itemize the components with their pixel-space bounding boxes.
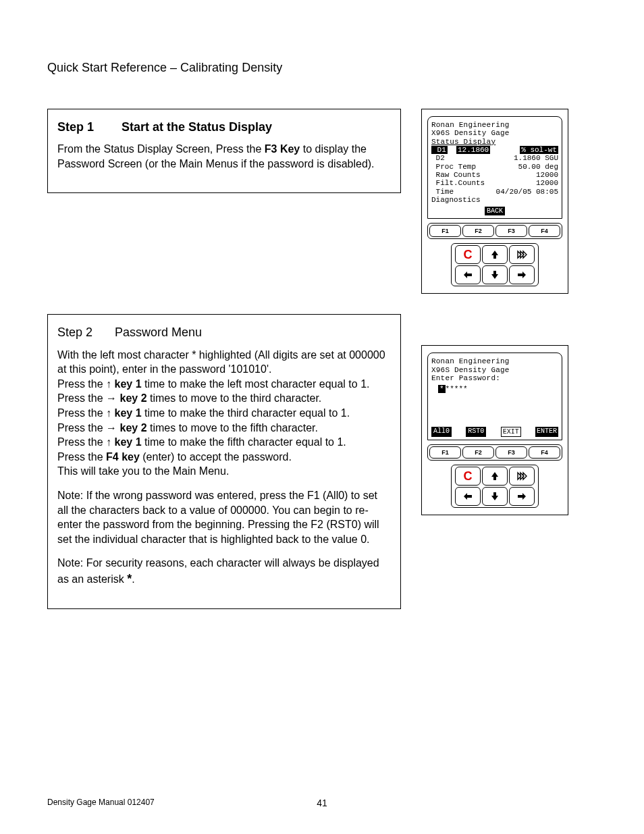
softkey-rst0[interactable]: RST0 [466, 427, 486, 437]
up-arrow-button[interactable] [482, 467, 508, 486]
right-arrow-button[interactable] [509, 265, 535, 284]
f4-button[interactable]: F4 [529, 225, 560, 237]
step1-key: F3 Key [265, 143, 300, 155]
back-softkey[interactable]: BACK [485, 207, 505, 215]
cancel-button[interactable]: C [455, 467, 481, 486]
device2-l1: Ronan Engineering [431, 357, 558, 365]
pw-line: Press the → key 2 times to move to the f… [57, 421, 391, 436]
fast-forward-button[interactable] [509, 467, 535, 486]
step2-f4-post: (enter) to accept the password. [140, 451, 292, 463]
f3-button[interactable]: F3 [495, 225, 527, 237]
page-title: Quick Start Reference – Calibrating Dens… [47, 61, 597, 75]
down-arrow-button[interactable] [482, 487, 508, 506]
device1-screen: Ronan Engineering X96S Density Gage Stat… [427, 116, 562, 219]
step2-tail: This will take you to the Main Menu. [57, 464, 391, 479]
fc-label: Filt.Counts [431, 179, 485, 187]
softkey-exit[interactable]: EXIT [501, 427, 521, 437]
softkey-all0[interactable]: All0 [431, 427, 452, 437]
tm-label: Time [431, 188, 454, 196]
d2-unit: SGU [545, 154, 558, 162]
rc-val: 12000 [536, 171, 558, 179]
step2-note2-post: . [132, 573, 134, 585]
step2-heading: Password Menu [115, 325, 202, 339]
f2-button[interactable]: F2 [462, 225, 494, 237]
f3-button[interactable]: F3 [495, 446, 527, 459]
step1-heading: Start at the Status Display [122, 120, 272, 134]
f1-button[interactable]: F1 [429, 225, 461, 237]
pt-label: Proc Temp [431, 163, 476, 171]
down-arrow-button[interactable] [482, 265, 508, 284]
softkey-enter[interactable]: ENTER [535, 427, 558, 437]
device-status-display: Ronan Engineering X96S Density Gage Stat… [421, 109, 568, 294]
cancel-button[interactable]: C [455, 245, 481, 264]
device2-l3: Enter Password: [431, 374, 558, 382]
step2-intro: With the left most character * highlight… [57, 348, 391, 377]
device2-l2: X96S Density Gage [431, 366, 558, 374]
fast-forward-button[interactable] [509, 245, 535, 264]
pt-unit: deg [545, 163, 558, 171]
f4-button[interactable]: F4 [529, 446, 560, 459]
f-key-row: F1 F2 F3 F4 [427, 444, 562, 461]
device2-screen: Ronan Engineering X96S Density Gage Ente… [427, 353, 562, 440]
nav-pad: C [451, 243, 539, 286]
d2-val: 1.1860 [514, 154, 541, 162]
fc-val: 12000 [536, 179, 558, 187]
pw-line: Press the ↑ key 1 time to make the left … [57, 377, 391, 392]
d1-label: D1 [431, 146, 448, 154]
tm-val: 04/20/05 08:05 [496, 188, 558, 196]
pw-line: Press the → key 2 times to move to the t… [57, 391, 391, 406]
d1-unit: % sol-wt [520, 146, 558, 154]
left-arrow-button[interactable] [455, 265, 481, 284]
step1-body-pre: From the Status Display Screen, Press th… [57, 143, 265, 155]
f1-button[interactable]: F1 [429, 446, 461, 459]
d2-label: D2 [431, 154, 445, 162]
step2-note1: Note: If the wrong password was entered,… [57, 488, 391, 546]
diag-label: Diagnostics [431, 196, 558, 204]
pw-line: Press the ↑ key 1 time to make the third… [57, 406, 391, 421]
step2-f4-pre: Press the [57, 451, 106, 463]
pt-val: 50.00 [518, 163, 541, 171]
up-arrow-button[interactable] [482, 245, 508, 264]
cursor-char: * [438, 385, 446, 393]
device1-l3: Status Display [431, 138, 558, 146]
step2-box: Step 2 Password Menu With the left most … [47, 314, 401, 609]
step1-label: Step 1 [57, 119, 118, 135]
step2-f4-key: F4 key [106, 451, 140, 463]
f-key-row: F1 F2 F3 F4 [427, 223, 562, 239]
page-number: 41 [47, 798, 597, 808]
right-arrow-button[interactable] [509, 487, 535, 506]
step2-note2-pre: Note: For security reasons, each charact… [57, 557, 379, 585]
device1-l1: Ronan Engineering [431, 121, 558, 129]
nav-pad: C [451, 465, 539, 508]
device-password: Ronan Engineering X96S Density Gage Ente… [421, 345, 568, 515]
pw-line: Press the ↑ key 1 time to make the fifth… [57, 435, 391, 450]
d1-val: 12.1860 [456, 146, 490, 154]
left-arrow-button[interactable] [455, 487, 481, 506]
device1-l2: X96S Density Gage [431, 129, 558, 137]
step2-label: Step 2 [57, 324, 111, 340]
f2-button[interactable]: F2 [462, 446, 494, 459]
rc-label: Raw Counts [431, 171, 481, 179]
stars: ***** [446, 385, 468, 393]
step1-box: Step 1 Start at the Status Display From … [47, 109, 401, 193]
